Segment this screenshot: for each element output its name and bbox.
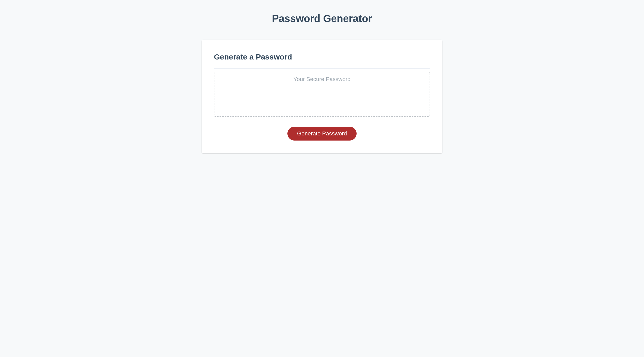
generate-button[interactable]: Generate Password bbox=[287, 127, 357, 141]
password-output[interactable] bbox=[214, 72, 430, 117]
button-row: Generate Password bbox=[214, 127, 430, 141]
main-container: Password Generator Generate a Password G… bbox=[202, 13, 442, 153]
generator-card: Generate a Password Generate Password bbox=[202, 40, 442, 153]
output-section bbox=[214, 68, 430, 121]
page-title: Password Generator bbox=[202, 13, 442, 24]
card-heading: Generate a Password bbox=[214, 53, 430, 61]
